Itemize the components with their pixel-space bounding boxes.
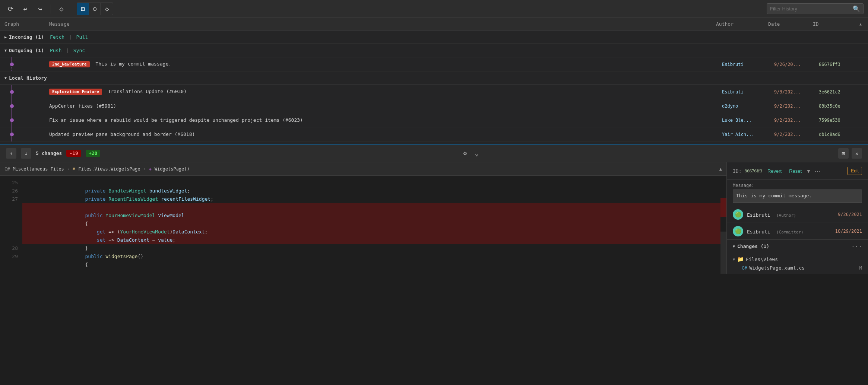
toolbar: ⟳ ↩ ↪ ◇ ⊞ ⊝ ◇ 🔍 <box>0 0 868 18</box>
scroll-up-arrow[interactable]: ▲ <box>858 20 863 28</box>
outgoing-section[interactable]: ▼ Outgoing (1) Push | Sync <box>0 44 868 57</box>
expand-code-button[interactable]: ▲ <box>719 166 722 172</box>
outgoing-sep: | <box>66 48 69 53</box>
changes-more-button[interactable]: ··· <box>851 243 862 250</box>
author-role: (Author) <box>774 213 796 218</box>
file-icon-3: ◈ <box>149 166 152 172</box>
local-commit-row-3[interactable]: Updated preview pane background and bord… <box>0 127 868 141</box>
reset-button[interactable]: Reset <box>787 168 804 175</box>
local-author-2: Luke Ble... <box>722 118 774 123</box>
scrollbar-top: ▲ <box>858 20 864 28</box>
line-numbers: 25 26 27 28 29 <box>0 176 22 274</box>
file-csharp-icon: C# <box>742 265 747 271</box>
author-info: Esibruti (Author) <box>747 211 834 218</box>
sidebar-message-section: Message: This is my commit message. <box>727 180 868 206</box>
fetch-link[interactable]: Fetch <box>50 34 64 40</box>
committer-info: Esibruti (Committer) <box>747 228 831 235</box>
local-id-0: 3e6621c2 <box>819 89 864 95</box>
code-area: C# Miscellaneous Files › ⌘ Files.Views.W… <box>0 162 726 274</box>
sidebar-commit-header: ID: 86676ff3 Revert Reset ▼ ··· Edit <box>727 162 868 180</box>
changes-arrow: ▼ <box>733 244 735 248</box>
changes-label: Changes (1) <box>737 244 849 249</box>
more-options-button[interactable]: ··· <box>815 167 820 175</box>
close-button[interactable]: ✕ <box>852 148 862 159</box>
git-panel: Graph Message Author Date ID ▲ ▶ Incomin… <box>0 18 868 144</box>
show-branch-button[interactable]: ⊝ <box>89 3 101 15</box>
breadcrumb-file3: WidgetsPage() <box>155 166 190 172</box>
local-commit-row-0[interactable]: Exploration_Feature Translations Update … <box>0 85 868 99</box>
settings-dropdown-button[interactable]: ⌄ <box>475 149 479 157</box>
pick-button[interactable]: ◇ <box>56 3 67 15</box>
graph-col-local-0 <box>4 85 49 99</box>
file-icon-1: C# <box>4 166 10 172</box>
code-line-del1: public YourHomeViewModel ViewModel <box>22 203 720 211</box>
show-changes-button[interactable]: ⊞ <box>77 3 89 15</box>
local-commit-message-1: AppCenter fixes (#5981) <box>49 103 722 109</box>
local-history-arrow: ▼ <box>4 76 7 80</box>
author-date: 9/26/2021 <box>838 212 862 217</box>
nav-down-button[interactable]: ↓ <box>21 148 31 159</box>
outgoing-commit-message: 2nd_NewFeature This is my commit massage… <box>49 61 722 67</box>
reset-dropdown-button[interactable]: ▼ <box>807 168 810 174</box>
line-num-del5 <box>0 236 22 244</box>
settings-button[interactable]: ⚙ <box>460 148 470 159</box>
code-line-28: public WidgetsPage() <box>22 244 720 252</box>
local-commit-message-3: Updated preview pane background and bord… <box>49 131 722 137</box>
outgoing-commit-row[interactable]: 2nd_NewFeature This is my commit massage… <box>0 57 868 71</box>
breadcrumb-file1: Miscellaneous Files <box>13 166 64 172</box>
breadcrumb-sep2: › <box>143 166 146 172</box>
code-content: private BundlesWidget bundlesWidget; pri… <box>22 176 720 274</box>
line-num-del1 <box>0 203 22 211</box>
diff-added-badge: +20 <box>86 150 100 157</box>
commit-panel-header: ↑ ↓ 5 changes -19 +20 ⚙ ⌄ ⊟ ✕ <box>0 144 868 162</box>
line-num-28: 28 <box>0 244 22 252</box>
show-tag-button[interactable]: ◇ <box>101 3 113 15</box>
local-id-2: 7599e530 <box>819 118 864 123</box>
filter-history-box: 🔍 <box>767 3 864 14</box>
breadcrumb-sep1: › <box>67 166 70 172</box>
local-commit-message-2: Fix an issue where a rebuild would be tr… <box>49 117 722 123</box>
file-item[interactable]: C# WidgetsPage.xaml.cs M <box>727 264 868 272</box>
incoming-actions: Fetch | Pull <box>50 34 88 40</box>
graph-col-outgoing <box>4 57 49 71</box>
refresh-button[interactable]: ⟳ <box>4 3 16 15</box>
commit-content: C# Miscellaneous Files › ⌘ Files.Views.W… <box>0 162 868 274</box>
file-tree: ▼ 📁 Files\Views C# WidgetsPage.xaml.cs M <box>727 253 868 274</box>
sync-link[interactable]: Sync <box>73 48 85 53</box>
nav-up-button[interactable]: ↑ <box>6 148 16 159</box>
committer-role: (Committer) <box>774 230 803 235</box>
line-num-27: 27 <box>0 195 22 203</box>
redo-button[interactable]: ↪ <box>34 3 46 15</box>
local-history-section[interactable]: ▼ Local History <box>0 71 868 85</box>
edit-button[interactable]: Edit <box>848 167 862 175</box>
local-author-3: Yair Aich... <box>722 132 774 137</box>
revert-button[interactable]: Revert <box>765 168 784 175</box>
col-header-graph: Graph <box>4 21 49 27</box>
pull-link[interactable]: Pull <box>76 34 88 40</box>
local-date-3: 9/2/202... <box>774 132 819 137</box>
folder-item[interactable]: ▼ 📁 Files\Views <box>727 255 868 264</box>
local-commit-row-2[interactable]: Fix an issue where a rebuild would be tr… <box>0 113 868 127</box>
undo-button[interactable]: ↩ <box>19 3 31 15</box>
code-line-25: private BundlesWidget bundlesWidget; <box>22 179 720 187</box>
line-num-del3 <box>0 220 22 228</box>
folder-icon: 📁 <box>737 256 744 262</box>
outgoing-label: Outgoing (1) <box>9 48 44 53</box>
author-name: Esibruti <box>747 212 770 218</box>
col-header-id: ID <box>813 21 858 27</box>
filter-history-input[interactable] <box>770 6 853 12</box>
file-status: M <box>859 265 862 271</box>
committer-avatar: 🟢 <box>733 226 743 236</box>
code-editor: 25 26 27 28 29 private BundlesWidget bun… <box>0 176 726 274</box>
graph-col-local-1 <box>4 99 49 113</box>
folder-arrow: ▼ <box>733 257 735 261</box>
outgoing-actions: Push | Sync <box>50 48 85 53</box>
file-name: WidgetsPage.xaml.cs <box>749 265 805 271</box>
minimize-button[interactable]: ⊟ <box>838 148 849 159</box>
push-link[interactable]: Push <box>50 48 61 53</box>
folder-name: Files\Views <box>746 257 778 262</box>
local-commit-row-1[interactable]: AppCenter fixes (#5981) d2dyno 9/2/202..… <box>0 99 868 113</box>
id-value: 86676ff3 <box>744 168 762 174</box>
local-commit-message-0: Exploration_Feature Translations Update … <box>49 89 722 95</box>
incoming-section[interactable]: ▶ Incoming (1) Fetch | Pull <box>0 31 868 44</box>
